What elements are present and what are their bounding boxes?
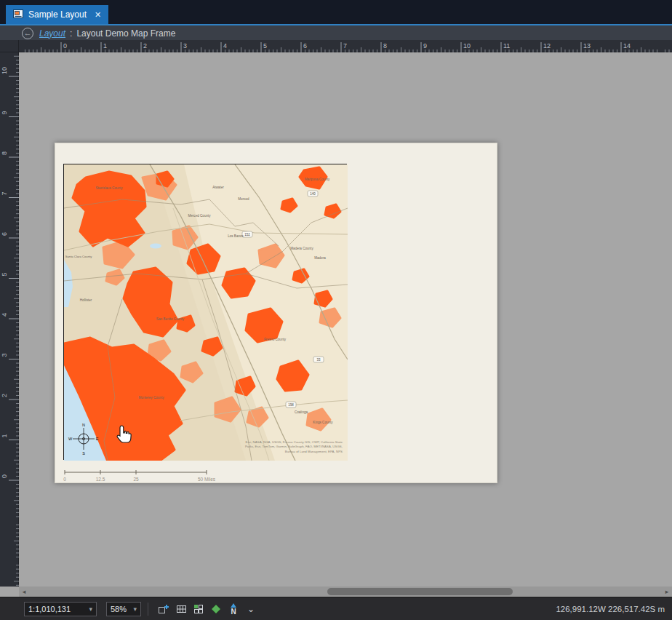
tab-title: Sample Layout (28, 9, 87, 20)
ruler-label: 4 (223, 42, 227, 49)
map-frame[interactable]: 15214033198 Stanislaus CountyAtwaterMerc… (63, 164, 347, 460)
scrollbar-thumb[interactable] (327, 588, 513, 595)
map-label: Madera County (290, 247, 313, 250)
ruler-label: 8 (383, 42, 387, 49)
ruler-label: 13 (583, 42, 591, 49)
snapping-grid-icon[interactable] (191, 602, 206, 616)
ruler-label: 7 (343, 42, 347, 49)
scalebar-label: 12.5 (96, 477, 105, 482)
map-label: Stanislaus County (95, 186, 123, 190)
ruler-label: 11 (503, 42, 510, 49)
snap-point-icon[interactable] (209, 602, 223, 616)
ruler-label: 14 (623, 42, 631, 49)
ruler-label: 6 (1, 232, 8, 236)
more-tools-chevron-icon[interactable]: ⌄ (244, 602, 258, 616)
map-label: Merced (238, 197, 249, 201)
compass-e: E (96, 437, 99, 441)
compass-s: S (82, 451, 85, 456)
map-label: Kings County (313, 421, 333, 424)
breadcrumb-title: Layout Demo Map Frame (76, 28, 175, 39)
ruler-label: 1 (103, 42, 107, 49)
scalebar-label: 0 (63, 477, 66, 482)
zoom-combobox[interactable]: 58% ▾ (106, 602, 141, 616)
ruler-label: 12 (543, 42, 551, 49)
map-image[interactable]: 15214033198 Stanislaus CountyAtwaterMerc… (64, 164, 348, 461)
back-arrow-icon: ← (24, 29, 32, 37)
ruler-label: 3 (183, 42, 187, 49)
attribution-line: Bureau of Land Management, EPA, NPS (285, 450, 343, 453)
map-label: Merced County (188, 214, 211, 218)
breadcrumb-separator: : (70, 28, 72, 39)
insert-map-frame-icon[interactable] (156, 602, 171, 616)
attribution-line: Esri, NASA, NGA, USGS, Fresno County GIS… (246, 440, 343, 444)
scroll-left-arrow-icon[interactable]: ◂ (19, 587, 29, 597)
compass-w: W (68, 437, 73, 441)
svg-text:N: N (231, 608, 236, 615)
ruler-label: 0 (1, 474, 8, 478)
map-label: Mariposa County (305, 178, 330, 181)
ruler-label: 5 (263, 42, 267, 49)
tab-strip: Sample Layout ✕ (0, 0, 672, 24)
ruler-label: 3 (1, 353, 8, 357)
map-label: Santa Clara County (65, 255, 92, 258)
ruler-label: 4 (1, 313, 8, 317)
coordinate-readout: 126,991.12W 226,517.42S m (556, 605, 665, 613)
scalebar-label: 25 (133, 477, 139, 482)
horizontal-scrollbar[interactable]: ◂ ▸ (19, 587, 672, 597)
close-icon[interactable]: ✕ (95, 10, 101, 20)
divider (148, 603, 148, 616)
road-shield-label: 198 (288, 403, 294, 407)
map-scale-value: 1:1,010,131 (28, 605, 71, 613)
map-label: Monterey County (139, 396, 165, 400)
scroll-right-arrow-icon[interactable]: ▸ (662, 587, 672, 597)
map-label: Coalinga (295, 410, 308, 414)
north-tool-icon[interactable]: N (226, 602, 241, 616)
scalebar-label: 50 Miles (198, 477, 216, 482)
ruler-label: 6 (303, 42, 307, 49)
ruler-label: 9 (423, 42, 427, 49)
map-label: Atwater (212, 186, 224, 189)
status-bar: 1:1,010,131 ▾ 58% ▾ N ⌄ 126,991.12W 226,… (0, 597, 672, 620)
zoom-value: 58% (111, 605, 127, 613)
ruler-label: 10 (463, 42, 471, 49)
road-shield-label: 33 (316, 358, 321, 362)
ruler-label: 10 (1, 67, 8, 74)
map-label: Madera (314, 256, 326, 260)
horizontal-ruler: 01234567891011121314 (19, 40, 672, 52)
chevron-down-icon: ▾ (133, 605, 137, 613)
ruler-label: 2 (1, 394, 8, 397)
back-button[interactable]: ← (22, 28, 33, 39)
breadcrumb: ← Layout : Layout Demo Map Frame (0, 25, 672, 41)
attribution-line: Parks, Esri, TomTom, Garmin, SafeGraph, … (245, 445, 343, 448)
compass-n: N (82, 423, 85, 427)
ruler-label: 5 (1, 272, 8, 276)
tab-sample-layout[interactable]: Sample Layout ✕ (6, 5, 108, 24)
map-label: Fresno County (264, 338, 287, 341)
layout-page[interactable]: 15214033198 Stanislaus CountyAtwaterMerc… (55, 143, 497, 483)
layout-canvas[interactable]: 15214033198 Stanislaus CountyAtwaterMerc… (19, 52, 672, 587)
chevron-down-icon: ▾ (89, 605, 92, 613)
vertical-ruler: 109876543210 (0, 52, 19, 587)
map-label: San Benito County (156, 317, 185, 321)
map-scale-combobox[interactable]: 1:1,010,131 ▾ (24, 602, 97, 616)
ruler-corner (0, 40, 19, 52)
ruler-label: 1 (1, 434, 8, 437)
ruler-label: 9 (1, 111, 8, 114)
road-shield-label: 140 (310, 192, 316, 196)
map-label: Los Banos (228, 234, 244, 238)
ruler-label: 7 (1, 191, 8, 195)
ruler-label: 2 (143, 42, 147, 49)
layout-page-icon (13, 9, 23, 20)
road-shield-label: 152 (244, 233, 250, 237)
breadcrumb-layout-link[interactable]: Layout (39, 28, 65, 39)
ruler-label: 0 (63, 42, 67, 49)
ruler-label: 8 (1, 151, 8, 155)
layout-grid-icon[interactable] (174, 602, 188, 616)
map-label: Hollister (80, 298, 92, 302)
scale-bar[interactable]: 012.52550 Miles (65, 469, 247, 483)
